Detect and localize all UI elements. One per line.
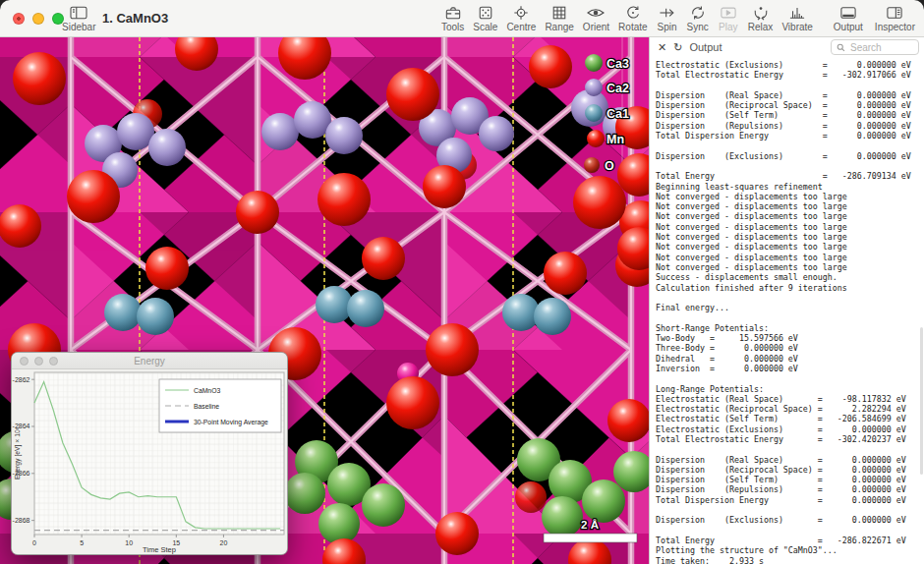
legend-label-ca1: Ca1: [606, 107, 629, 121]
relax-icon: [750, 5, 772, 21]
energy-window[interactable]: Energy -2862-2864-2866-286805101520Time …: [11, 352, 288, 555]
output-panel-header: ✕ ↻ Output: [650, 37, 924, 57]
energy-close-button[interactable]: [20, 357, 29, 366]
svg-text:5: 5: [80, 539, 84, 546]
svg-text:20: 20: [220, 539, 228, 546]
search-input[interactable]: [848, 41, 911, 54]
legend-ball-o: [584, 157, 600, 173]
window-controls: [13, 13, 64, 25]
close-window-button[interactable]: [13, 13, 25, 25]
inspector-icon: [884, 5, 905, 21]
toolbar-button-scale[interactable]: Scale: [470, 2, 500, 34]
document-title: 1. CaMnO3: [102, 11, 168, 26]
svg-text:Energy [eV] × 10¹: Energy [eV] × 10¹: [14, 426, 22, 479]
sidebar-toggle-button[interactable]: Sidebar: [59, 2, 98, 34]
toolbar-right: Output Inspector: [831, 2, 918, 34]
output-panel: ✕ ↻ Output Electrostatic (Exclusions) = …: [649, 37, 924, 564]
output-panel-title: Output: [689, 41, 722, 53]
range-icon: [549, 5, 570, 21]
legend-label-o: O: [605, 159, 614, 173]
svg-text:30-Point Moving Average: 30-Point Moving Average: [194, 419, 268, 426]
titlebar: Sidebar 1. CaMnO3 Tools Scale: [0, 0, 924, 37]
sidebar-icon: [68, 5, 89, 21]
svg-text:10: 10: [125, 539, 133, 546]
search-icon: [837, 43, 845, 52]
toolbar-button-orient[interactable]: Orient: [580, 2, 612, 34]
svg-text:-2862: -2862: [13, 376, 30, 383]
scale-bar-label: 2 Å: [581, 519, 599, 531]
toolbar-button-range[interactable]: Range: [542, 2, 576, 34]
minimize-window-button[interactable]: [32, 13, 44, 25]
toolbar-button-rotate[interactable]: Rotate: [615, 2, 650, 34]
legend-ball-ca1: [585, 104, 603, 122]
search-field[interactable]: [831, 39, 919, 55]
orient-icon: [585, 5, 606, 21]
spin-icon: [657, 5, 678, 21]
svg-text:0: 0: [32, 539, 36, 546]
output-log[interactable]: Electrostatic (Exclusions) = 0.000000 eV…: [650, 57, 924, 564]
legend-ball-ca3: [585, 54, 603, 72]
energy-chart[interactable]: -2862-2864-2866-286805101520Time StepEne…: [12, 369, 288, 555]
toolbar-button-inspector[interactable]: Inspector: [872, 2, 918, 34]
play-icon: [718, 5, 739, 21]
close-output-icon[interactable]: ✕: [658, 42, 666, 53]
svg-text:Time Step: Time Step: [143, 545, 176, 554]
rotate-icon: [622, 5, 644, 21]
energy-window-controls: [20, 357, 58, 366]
svg-text:Baseline: Baseline: [194, 403, 219, 410]
svg-text:CaMnO3: CaMnO3: [194, 387, 220, 394]
sidebar-toggle-label: Sidebar: [62, 22, 95, 32]
energy-minimize-button[interactable]: [34, 357, 43, 366]
toolbar-button-centre[interactable]: Centre: [503, 2, 539, 34]
app-window: Sidebar 1. CaMnO3 Tools Scale: [0, 0, 924, 564]
vibrate-icon: [786, 5, 808, 21]
legend-label-mn: Mn: [606, 133, 624, 146]
toolbar-button-sync[interactable]: Sync: [684, 2, 712, 34]
toolbar-button-tools[interactable]: Tools: [438, 2, 467, 34]
legend-label-ca2: Ca2: [606, 82, 629, 95]
legend-ball-mn: [587, 130, 605, 147]
energy-window-titlebar[interactable]: Energy: [12, 353, 287, 369]
toolbar: Tools Scale Centre: [438, 2, 816, 34]
sync-icon: [687, 5, 709, 21]
legend-label-ca3: Ca3: [606, 57, 629, 71]
toolbar-button-play[interactable]: Play: [715, 2, 742, 34]
toolbar-button-relax[interactable]: Relax: [745, 2, 777, 34]
legend-ball-ca2: [585, 79, 603, 96]
svg-text:-2868: -2868: [13, 517, 30, 524]
centre-icon: [510, 5, 532, 21]
toolbar-button-spin[interactable]: Spin: [654, 2, 681, 34]
output-icon: [837, 5, 859, 21]
toolbar-button-output[interactable]: Output: [831, 2, 866, 34]
reload-output-icon[interactable]: ↻: [673, 42, 682, 53]
energy-zoom-button[interactable]: [49, 357, 58, 366]
output-scrollbar[interactable]: [920, 327, 923, 475]
tools-icon: [442, 5, 464, 21]
scale-icon: [475, 5, 496, 21]
energy-window-title: Energy: [134, 356, 165, 367]
toolbar-button-vibrate[interactable]: Vibrate: [779, 2, 816, 34]
